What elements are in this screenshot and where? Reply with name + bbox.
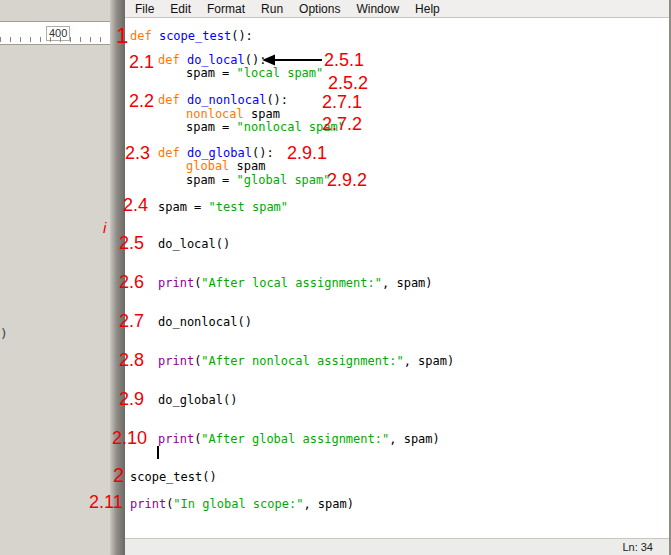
status-line-indicator: Ln: 34 — [622, 541, 653, 553]
code-token-plain: (): — [231, 29, 253, 43]
text-caret — [157, 446, 159, 459]
code-line: print("After local assignment:", spam) — [158, 277, 433, 290]
menu-help[interactable]: Help — [407, 1, 448, 17]
code-token-str: "After nonlocal assignment:" — [201, 354, 403, 368]
code-token-plain: (): — [252, 146, 274, 160]
code-token-plain: do_global() — [158, 393, 237, 407]
code-token-plain: (): — [266, 93, 288, 107]
code-token-defname: scope_test — [159, 29, 231, 43]
ruler-ticks — [0, 37, 110, 42]
code-token-plain: spam = — [186, 66, 237, 80]
menu-window[interactable]: Window — [348, 1, 407, 17]
code-token-plain: spam = — [158, 200, 209, 214]
code-token-str: "After global assignment:" — [201, 432, 389, 446]
code-token-plain: (): — [245, 53, 267, 67]
background-scrollbar[interactable] — [110, 0, 125, 555]
code-token-plain: spam = — [186, 120, 237, 134]
code-token-plain: , spam) — [382, 276, 433, 290]
background-text-fragment: i — [103, 219, 106, 236]
code-line: spam = "nonlocal spam" — [186, 121, 345, 134]
code-line: spam = "local spam" — [186, 67, 323, 80]
screen: 400 i ) FileEditFormatRunOptionsWindowHe… — [0, 0, 671, 555]
code-token-kw: def — [158, 146, 187, 160]
code-token-defname: do_local — [187, 53, 245, 67]
code-token-defname: do_global — [187, 146, 252, 160]
code-line: spam = "test spam" — [158, 201, 288, 214]
code-token-str: "test spam" — [209, 200, 288, 214]
code-line: def scope_test(): — [130, 30, 253, 43]
code-token-plain: , spam) — [303, 497, 354, 511]
code-token-plain: , spam) — [404, 354, 455, 368]
code-token-builtin: print — [158, 276, 194, 290]
code-line: def do_nonlocal(): — [158, 94, 288, 107]
code-line: spam = "global spam" — [186, 174, 331, 187]
background-text-fragment: ) — [0, 326, 8, 341]
code-token-str: "In global scope:" — [173, 497, 303, 511]
code-line: do_nonlocal() — [158, 316, 252, 329]
code-token-plain: spam = — [186, 173, 237, 187]
code-token-defname: do_nonlocal — [187, 93, 266, 107]
code-token-plain: scope_test() — [130, 470, 217, 484]
code-token-kw: def — [158, 53, 187, 67]
code-token-plain: , spam) — [389, 432, 440, 446]
code-token-plain: do_nonlocal() — [158, 315, 252, 329]
code-line: print("After nonlocal assignment:", spam… — [158, 355, 454, 368]
code-line: do_global() — [158, 394, 237, 407]
code-token-plain: spam — [229, 159, 265, 173]
editor-window: FileEditFormatRunOptionsWindowHelp def s… — [125, 0, 671, 555]
menu-format[interactable]: Format — [199, 1, 253, 17]
ruler: 400 — [0, 21, 110, 45]
code-token-str: "nonlocal spam" — [237, 120, 345, 134]
code-token-plain: do_local() — [158, 237, 230, 251]
menu-run[interactable]: Run — [253, 1, 291, 17]
code-token-builtin: print — [158, 354, 194, 368]
menu-options[interactable]: Options — [291, 1, 348, 17]
menu-bar: FileEditFormatRunOptionsWindowHelp — [125, 0, 669, 18]
code-token-builtin: print — [130, 497, 166, 511]
code-token-kw: def — [130, 29, 159, 43]
code-token-str: "After local assignment:" — [201, 276, 382, 290]
code-line: print("In global scope:", spam) — [130, 498, 354, 511]
code-line: do_local() — [158, 238, 230, 251]
status-bar: Ln: 34 — [125, 538, 669, 555]
menu-file[interactable]: File — [127, 1, 162, 17]
code-line: print("After global assignment:", spam) — [158, 433, 440, 446]
code-line: global spam — [186, 160, 265, 173]
code-editor[interactable]: def scope_test():def do_local():spam = "… — [125, 18, 669, 538]
code-token-plain: spam — [244, 107, 280, 121]
code-token-kw: nonlocal — [186, 107, 244, 121]
code-token-kw: def — [158, 93, 187, 107]
code-line: scope_test() — [130, 471, 217, 484]
code-token-builtin: print — [158, 432, 194, 446]
code-token-kw: global — [186, 159, 229, 173]
menu-edit[interactable]: Edit — [162, 1, 199, 17]
code-token-str: "local spam" — [237, 66, 324, 80]
code-token-str: "global spam" — [237, 173, 331, 187]
